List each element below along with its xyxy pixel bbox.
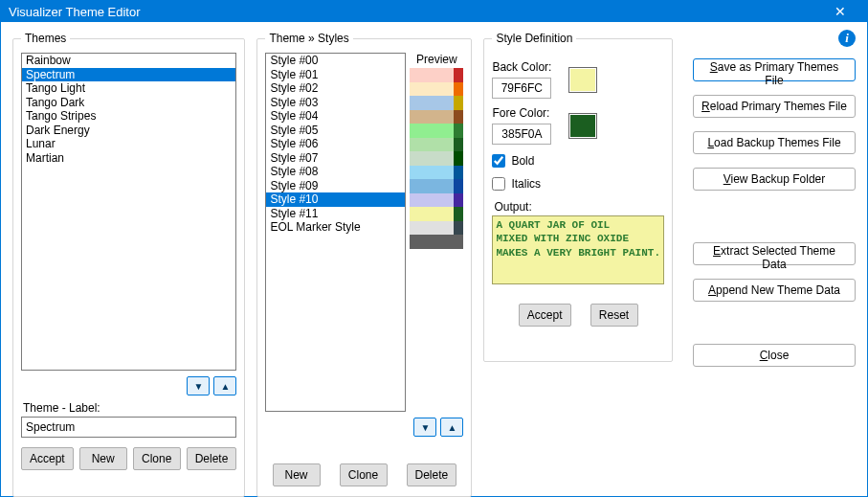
themes-group: Themes RainbowSpectrumTango LightTango D… bbox=[12, 32, 245, 497]
actions-column: Save as Primary Themes File Reload Prima… bbox=[684, 32, 856, 497]
style-move-down-button[interactable]: ▼ bbox=[413, 418, 436, 437]
list-item[interactable]: Style #04 bbox=[266, 109, 405, 124]
preview-swatch bbox=[410, 179, 463, 193]
list-item[interactable]: Style #11 bbox=[266, 207, 405, 221]
list-item[interactable]: Style #00 bbox=[266, 54, 405, 68]
preview-swatch bbox=[410, 124, 463, 138]
list-item[interactable]: Style #05 bbox=[266, 124, 405, 138]
load-backup-button[interactable]: Load Backup Themes File bbox=[693, 131, 856, 154]
preview-swatch bbox=[410, 96, 463, 110]
save-primary-button[interactable]: Save as Primary Themes File bbox=[693, 58, 856, 81]
content: i Themes RainbowSpectrumTango LightTango… bbox=[1, 22, 867, 497]
theme-label-input[interactable] bbox=[21, 417, 236, 438]
extract-theme-button[interactable]: Extract Selected Theme Data bbox=[693, 242, 856, 265]
list-item[interactable]: Dark Energy bbox=[22, 124, 235, 138]
list-item[interactable]: Style #01 bbox=[266, 68, 405, 82]
titlebar: Visualizer Theme Editor ✕ bbox=[1, 1, 867, 22]
view-backup-button[interactable]: View Backup Folder bbox=[693, 168, 856, 191]
list-item[interactable]: Spectrum bbox=[22, 68, 235, 82]
preview-column: Preview bbox=[410, 53, 463, 412]
definition-accept-button[interactable]: Accept bbox=[519, 304, 571, 327]
list-item[interactable]: Style #09 bbox=[266, 179, 405, 193]
theme-new-button[interactable]: New bbox=[79, 447, 127, 470]
preview-swatch bbox=[410, 110, 463, 124]
list-item[interactable]: Style #03 bbox=[266, 96, 405, 110]
preview-swatch bbox=[410, 82, 463, 97]
theme-move-up-button[interactable]: ▲ bbox=[213, 376, 236, 395]
list-item[interactable]: Martian bbox=[22, 151, 235, 166]
styles-group: Theme » Styles Style #00Style #01Style #… bbox=[256, 32, 472, 497]
list-item[interactable]: Lunar bbox=[22, 137, 235, 151]
preview-swatch bbox=[410, 138, 463, 152]
back-color-input[interactable] bbox=[492, 78, 551, 99]
list-item[interactable]: EOL Marker Style bbox=[266, 220, 405, 235]
theme-accept-button[interactable]: Accept bbox=[21, 447, 74, 470]
preview-swatches bbox=[410, 68, 463, 249]
styles-legend: Theme » Styles bbox=[265, 32, 352, 45]
bold-checkbox[interactable] bbox=[492, 154, 505, 168]
italics-label: Italics bbox=[511, 177, 541, 191]
fore-color-input[interactable] bbox=[492, 124, 551, 145]
output-preview: A QUART JAR OF OIL MIXED WITH ZINC OXIDE… bbox=[492, 215, 664, 284]
preview-swatch bbox=[410, 235, 463, 249]
style-definition-group: Style Definition Back Color: Fore Color:… bbox=[483, 32, 673, 362]
close-icon[interactable]: ✕ bbox=[821, 1, 859, 22]
window: Visualizer Theme Editor ✕ i Themes Rainb… bbox=[0, 0, 868, 497]
preview-swatch bbox=[410, 193, 463, 208]
preview-label: Preview bbox=[410, 53, 463, 68]
style-new-button[interactable]: New bbox=[273, 463, 321, 486]
list-item[interactable]: Style #08 bbox=[266, 165, 405, 179]
close-button[interactable]: Close bbox=[693, 344, 856, 367]
preview-swatch bbox=[410, 151, 463, 166]
list-item[interactable]: Tango Stripes bbox=[22, 109, 235, 124]
info-icon[interactable]: i bbox=[838, 30, 856, 47]
fore-color-label: Fore Color: bbox=[492, 106, 559, 120]
style-definition-legend: Style Definition bbox=[492, 32, 576, 45]
list-item[interactable]: Style #10 bbox=[266, 192, 405, 207]
theme-move-down-button[interactable]: ▼ bbox=[187, 376, 210, 395]
window-title: Visualizer Theme Editor bbox=[9, 5, 821, 19]
back-color-label: Back Color: bbox=[492, 60, 559, 74]
themes-listbox[interactable]: RainbowSpectrumTango LightTango DarkTang… bbox=[21, 53, 236, 371]
append-theme-button[interactable]: Append New Theme Data bbox=[693, 279, 856, 302]
style-clone-button[interactable]: Clone bbox=[340, 463, 388, 486]
style-move-up-button[interactable]: ▲ bbox=[440, 418, 463, 437]
style-delete-button[interactable]: Delete bbox=[407, 463, 457, 486]
output-label: Output: bbox=[494, 200, 664, 214]
styles-listbox[interactable]: Style #00Style #01Style #02Style #03Styl… bbox=[265, 53, 406, 412]
theme-clone-button[interactable]: Clone bbox=[133, 447, 181, 470]
definition-reset-button[interactable]: Reset bbox=[590, 304, 638, 327]
theme-label-caption: Theme - Label: bbox=[23, 401, 236, 415]
theme-delete-button[interactable]: Delete bbox=[187, 447, 237, 470]
preview-swatch bbox=[410, 207, 463, 221]
list-item[interactable]: Rainbow bbox=[22, 54, 235, 68]
reload-primary-button[interactable]: Reload Primary Themes File bbox=[693, 95, 856, 118]
list-item[interactable]: Tango Dark bbox=[22, 96, 235, 110]
bold-label: Bold bbox=[511, 154, 534, 168]
list-item[interactable]: Style #02 bbox=[266, 81, 405, 96]
preview-swatch bbox=[410, 221, 463, 236]
themes-legend: Themes bbox=[21, 32, 70, 45]
list-item[interactable]: Style #07 bbox=[266, 151, 405, 166]
back-color-swatch[interactable] bbox=[568, 67, 597, 93]
fore-color-swatch[interactable] bbox=[568, 113, 597, 139]
preview-swatch bbox=[410, 68, 463, 82]
preview-swatch bbox=[410, 166, 463, 180]
list-item[interactable]: Style #06 bbox=[266, 137, 405, 151]
list-item[interactable]: Tango Light bbox=[22, 81, 235, 96]
italics-checkbox[interactable] bbox=[492, 177, 505, 191]
